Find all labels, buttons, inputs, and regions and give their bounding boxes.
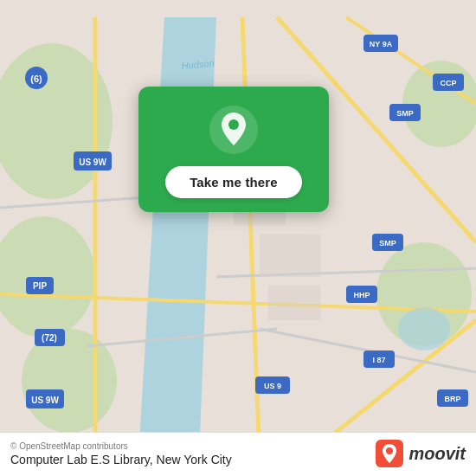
svg-text:I 87: I 87 <box>372 356 385 364</box>
location-card: Take me there <box>138 87 329 212</box>
svg-point-49 <box>398 307 450 351</box>
svg-text:NY 9A: NY 9A <box>370 40 393 48</box>
svg-text:(72): (72) <box>42 333 57 343</box>
svg-rect-48 <box>268 286 320 320</box>
location-pin-icon <box>209 106 258 154</box>
svg-text:SMP: SMP <box>396 109 414 118</box>
svg-text:US 9: US 9 <box>264 382 281 390</box>
moovit-wordmark: moovit <box>408 444 466 464</box>
svg-rect-47 <box>260 234 320 277</box>
svg-text:PIP: PIP <box>33 281 47 291</box>
svg-point-53 <box>386 447 393 454</box>
bottom-info: © OpenStreetMap contributors Computer La… <box>10 441 232 466</box>
svg-text:(6): (6) <box>30 74 42 84</box>
svg-text:US 9W: US 9W <box>31 396 59 405</box>
map-container: US 9W US 9W (6) PIP (72) NY 9A SMP SMP H… <box>0 0 476 476</box>
svg-point-51 <box>228 119 239 130</box>
moovit-bus-icon <box>376 440 403 467</box>
copyright-text: © OpenStreetMap contributors <box>10 441 232 451</box>
svg-text:SMP: SMP <box>379 239 396 248</box>
svg-text:BRP: BRP <box>444 395 460 403</box>
bottom-bar: © OpenStreetMap contributors Computer La… <box>0 432 476 476</box>
svg-text:CCP: CCP <box>440 79 456 87</box>
svg-text:HHP: HHP <box>353 291 370 299</box>
moovit-logo: moovit <box>376 440 466 467</box>
map-background: US 9W US 9W (6) PIP (72) NY 9A SMP SMP H… <box>0 0 476 476</box>
location-name: Computer Lab E.S Library, New York City <box>10 453 232 466</box>
take-me-there-button[interactable]: Take me there <box>165 166 302 198</box>
svg-text:US 9W: US 9W <box>79 158 106 167</box>
